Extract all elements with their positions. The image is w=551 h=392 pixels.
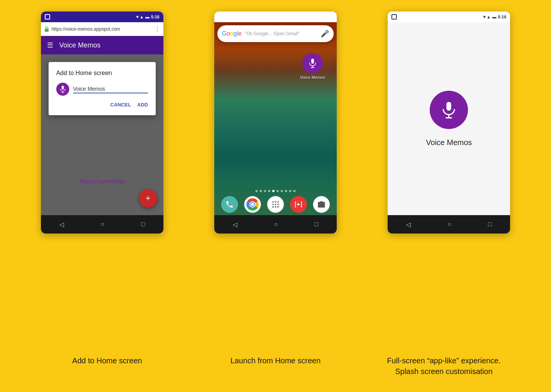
- dot-3: [268, 190, 270, 192]
- svg-rect-21: [295, 202, 296, 203]
- recents-button[interactable]: □: [141, 221, 145, 228]
- wallpaper: [214, 22, 337, 215]
- svg-rect-4: [311, 59, 314, 64]
- fab-button[interactable]: +: [139, 189, 157, 207]
- splash-app-name: Voice Memos: [426, 138, 472, 147]
- time-display2: 5:16: [324, 15, 333, 19]
- svg-point-10: [251, 203, 254, 206]
- dot-0: [255, 190, 258, 192]
- phone1-status-icons: ▼▲ ▬ 5:16: [135, 15, 160, 19]
- dot-1: [259, 190, 262, 192]
- back-button3[interactable]: ◁: [406, 221, 411, 228]
- dot-6: [280, 190, 283, 192]
- signal-icon3: ▼▲: [483, 15, 491, 19]
- recents-button2[interactable]: □: [315, 221, 318, 228]
- device-square-icon3: [391, 14, 397, 20]
- splash-screen: Voice Memos: [388, 22, 510, 215]
- dock-launcher-icon[interactable]: [267, 196, 284, 213]
- home-button3[interactable]: ○: [448, 221, 452, 228]
- phone2-status-bar: ▼▲ ▬ 5:16: [214, 11, 337, 22]
- cancel-button[interactable]: CANCEL: [110, 102, 131, 108]
- dialog-app-icon: [56, 83, 69, 96]
- svg-point-18: [275, 206, 276, 208]
- caption-2: Launch from Home screen: [199, 355, 352, 377]
- back-button[interactable]: ◁: [59, 221, 64, 228]
- add-to-home-dialog: Add to Home screen Voice Memos: [49, 62, 156, 115]
- home-app-icon-bg: [302, 53, 323, 74]
- svg-rect-23: [295, 204, 296, 205]
- google-mic-icon[interactable]: 🎤: [321, 29, 329, 38]
- hamburger-icon[interactable]: ☰: [47, 41, 53, 49]
- svg-rect-26: [301, 206, 302, 207]
- phones-row: ▼▲ ▬ 5:16 https://voice-memos.appspot.co…: [23, 11, 528, 348]
- battery-icon3: ▬: [492, 15, 496, 19]
- svg-point-12: [275, 201, 276, 203]
- dialog-title: Add to Home screen: [56, 70, 148, 77]
- svg-point-19: [277, 206, 279, 208]
- dock-chrome-icon[interactable]: [244, 196, 261, 213]
- dock-camera-icon[interactable]: [313, 196, 330, 213]
- record-text: Record something!: [80, 178, 125, 185]
- battery-icon: ▬: [145, 15, 150, 19]
- svg-rect-25: [295, 206, 296, 207]
- home-button[interactable]: ○: [101, 221, 104, 228]
- svg-point-17: [272, 206, 274, 208]
- phone2-device-icon: [218, 14, 223, 20]
- app-dock: [214, 194, 337, 215]
- phone2-frame: ▼▲ ▬ 5:16 Google "Ok Google... Open Gmai…: [214, 11, 337, 234]
- voice-memos-home-icon[interactable]: Voice Memos: [300, 53, 325, 80]
- svg-rect-29: [447, 102, 452, 111]
- google-search-bar[interactable]: Google "Ok Google... Open Gmail" 🎤: [217, 25, 334, 42]
- captions-row: Add to Home screen Launch from Home scre…: [23, 355, 528, 377]
- svg-point-16: [277, 204, 279, 205]
- dot-2: [264, 190, 266, 192]
- lock-icon: [44, 26, 49, 32]
- time-display3: 5:16: [498, 15, 506, 19]
- dialog-actions: CANCEL ADD: [56, 102, 148, 108]
- svg-point-15: [275, 204, 276, 205]
- phone3-nav-bar: ◁ ○ □: [388, 215, 510, 234]
- device-square-icon2: [218, 14, 223, 20]
- phone2-nav-bar: ◁ ○ □: [214, 215, 337, 234]
- url-bar[interactable]: https://voice-memos.appspot.com ⋮: [41, 22, 163, 36]
- phone3-status-bar: ▼▲ ▬ 5:16: [388, 11, 510, 22]
- dot-7: [285, 190, 287, 192]
- svg-rect-1: [62, 86, 64, 90]
- svg-point-13: [277, 201, 279, 203]
- phone1-nav-bar: ◁ ○ □: [41, 215, 163, 234]
- signal-icon2: ▼▲: [309, 15, 317, 19]
- phone3-frame: ▼▲ ▬ 5:16 Voice Memo: [388, 11, 510, 234]
- page-container: ▼▲ ▬ 5:16 https://voice-memos.appspot.co…: [23, 11, 528, 377]
- device-square-icon: [45, 14, 50, 20]
- phone1-content: Add to Home screen Voice Memos: [41, 54, 163, 215]
- phone1-device-icon: [45, 14, 50, 20]
- signal-icon: ▼▲: [135, 15, 144, 19]
- url-menu-icon[interactable]: ⋮: [154, 25, 160, 33]
- time-display: 5:16: [151, 15, 160, 19]
- google-logo: Google: [222, 30, 242, 37]
- phone1-status-bar: ▼▲ ▬ 5:16: [41, 11, 163, 22]
- dialog-input-row: Voice Memos: [56, 83, 148, 96]
- phone3-wrapper: ▼▲ ▬ 5:16 Voice Memo: [370, 11, 528, 234]
- app-name-input[interactable]: Voice Memos: [73, 85, 148, 93]
- home-button2[interactable]: ○: [274, 221, 278, 228]
- recents-button3[interactable]: □: [488, 221, 492, 228]
- phone1-frame: ▼▲ ▬ 5:16 https://voice-memos.appspot.co…: [41, 11, 163, 234]
- app-title: Voice Memos: [59, 41, 101, 49]
- battery-icon2: ▬: [319, 15, 323, 19]
- back-button2[interactable]: ◁: [233, 221, 237, 228]
- dot-4-active: [272, 190, 274, 192]
- phone3-device-icon: [391, 14, 397, 20]
- svg-point-14: [272, 204, 274, 205]
- svg-rect-0: [45, 29, 49, 32]
- dock-phone-icon[interactable]: [221, 196, 238, 213]
- splash-app-icon: [430, 91, 468, 129]
- dock-video-icon[interactable]: [290, 196, 307, 213]
- svg-rect-24: [301, 204, 302, 205]
- home-app-label: Voice Memos: [300, 75, 325, 80]
- page-indicator: [255, 190, 295, 192]
- add-button[interactable]: ADD: [137, 102, 148, 108]
- dot-9: [293, 190, 295, 192]
- app-bar: ☰ Voice Memos: [41, 36, 163, 54]
- phone2-content: Google "Ok Google... Open Gmail" 🎤: [214, 22, 337, 215]
